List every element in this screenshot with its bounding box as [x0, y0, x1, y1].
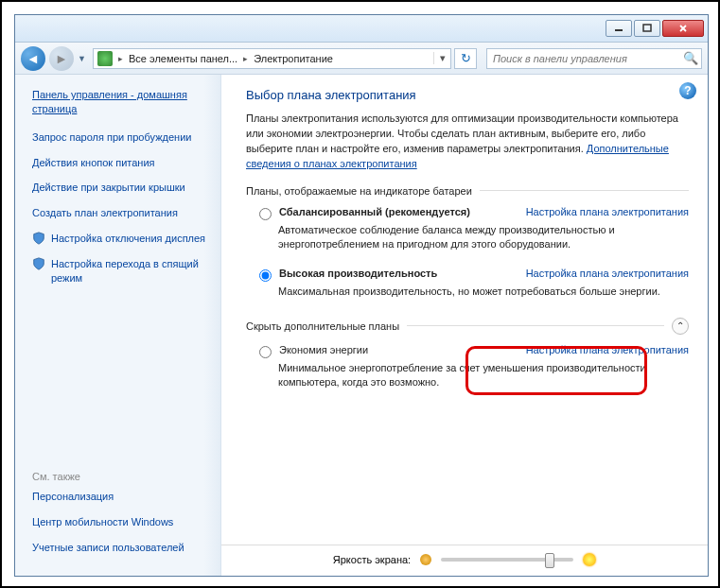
- forward-button[interactable]: ►: [49, 46, 74, 71]
- breadcrumb[interactable]: ▸ Все элементы панел... ▸ Электропитание…: [93, 48, 451, 69]
- sidebar-link-password[interactable]: Запрос пароля при пробуждении: [32, 130, 211, 145]
- group-battery-plans: Планы, отображаемые на индикаторе батаре…: [246, 185, 689, 197]
- plan-high-performance-radio[interactable]: [259, 269, 272, 282]
- maximize-button[interactable]: [634, 20, 660, 37]
- plan-power-saver-radio[interactable]: [259, 346, 272, 358]
- brightness-label: Яркость экрана:: [333, 554, 411, 565]
- search-icon[interactable]: 🔍: [680, 51, 701, 65]
- navbar: ◄ ► ▼ ▸ Все элементы панел... ▸ Электроп…: [15, 43, 708, 75]
- plan-high-performance-desc: Максимальная производительность, но може…: [278, 285, 689, 299]
- sidebar-link-display-off[interactable]: Настройка отключения дисплея: [32, 232, 211, 246]
- control-panel-home-link[interactable]: Панель управления - домашняя страница: [32, 88, 211, 117]
- search-input[interactable]: [487, 53, 680, 64]
- sun-bright-icon: [583, 553, 596, 566]
- breadcrumb-seg-1[interactable]: Все элементы панел...: [125, 53, 241, 64]
- shield-icon: [32, 257, 45, 270]
- see-also-mobility-center[interactable]: Центр мобильности Windows: [32, 515, 211, 529]
- titlebar: [15, 15, 708, 43]
- refresh-button[interactable]: ↻: [454, 48, 477, 69]
- window: ◄ ► ▼ ▸ Все элементы панел... ▸ Электроп…: [14, 14, 709, 577]
- plan-balanced-name: Сбалансированный (рекомендуется): [279, 206, 470, 217]
- shield-icon: [32, 232, 45, 245]
- search-box: 🔍: [486, 48, 702, 69]
- slider-thumb[interactable]: [545, 553, 554, 568]
- plan-power-saver: Экономия энергии Настройка плана электро…: [259, 344, 689, 390]
- sidebar-item-label: Настройка перехода в спящий режим: [51, 257, 211, 285]
- back-button[interactable]: ◄: [21, 46, 45, 71]
- plan-power-saver-config-link[interactable]: Настройка плана электропитания: [526, 344, 689, 355]
- see-also-personalization[interactable]: Персонализация: [32, 490, 211, 504]
- chevron-right-icon: ▸: [241, 54, 250, 63]
- sidebar-link-power-buttons[interactable]: Действия кнопок питания: [32, 156, 211, 170]
- plan-power-saver-name: Экономия энергии: [279, 344, 368, 355]
- group-additional-plans: Скрыть дополнительные планы ⌃: [246, 318, 689, 335]
- svg-rect-1: [643, 25, 651, 31]
- plan-balanced-config-link[interactable]: Настройка плана электропитания: [526, 206, 689, 217]
- collapse-toggle[interactable]: ⌃: [672, 318, 689, 335]
- group-label: Планы, отображаемые на индикаторе батаре…: [246, 185, 472, 197]
- control-panel-icon: [97, 51, 113, 66]
- plan-balanced-desc: Автоматическое соблюдение баланса между …: [278, 223, 689, 252]
- sidebar: Панель управления - домашняя страница За…: [15, 75, 221, 576]
- plan-balanced-radio[interactable]: [259, 208, 272, 220]
- plan-high-performance: Высокая производительность Настройка пла…: [259, 268, 689, 299]
- nav-history-dropdown[interactable]: ▼: [78, 54, 89, 63]
- main-content: ? Выбор плана электропитания Планы элект…: [221, 75, 708, 576]
- chevron-right-icon: ▸: [116, 54, 125, 63]
- intro-text: Планы электропитания используются для оп…: [246, 112, 689, 172]
- help-icon[interactable]: ?: [679, 82, 696, 99]
- breadcrumb-seg-2[interactable]: Электропитание: [250, 53, 337, 64]
- brightness-slider[interactable]: [441, 558, 573, 562]
- plan-high-performance-config-link[interactable]: Настройка плана электропитания: [526, 268, 689, 279]
- plan-power-saver-desc: Минимальное энергопотребление за счет ум…: [278, 361, 689, 390]
- plan-high-performance-name: Высокая производительность: [279, 268, 437, 279]
- page-title: Выбор плана электропитания: [246, 88, 689, 102]
- sidebar-item-label: Настройка отключения дисплея: [51, 232, 205, 246]
- sun-dim-icon: [420, 554, 431, 565]
- minimize-button[interactable]: [606, 20, 632, 37]
- plan-balanced: Сбалансированный (рекомендуется) Настрой…: [259, 206, 689, 252]
- group-label: Скрыть дополнительные планы: [246, 320, 399, 332]
- sidebar-link-sleep[interactable]: Настройка перехода в спящий режим: [32, 257, 211, 285]
- sidebar-link-create-plan[interactable]: Создать план электропитания: [32, 206, 211, 220]
- see-also-user-accounts[interactable]: Учетные записи пользователей: [32, 541, 211, 555]
- brightness-row: Яркость экрана:: [221, 545, 708, 566]
- see-also-heading: См. также: [32, 471, 211, 482]
- breadcrumb-dropdown[interactable]: ▾: [433, 52, 450, 64]
- close-button[interactable]: [662, 20, 704, 37]
- sidebar-link-lid-close[interactable]: Действие при закрытии крышки: [32, 181, 211, 195]
